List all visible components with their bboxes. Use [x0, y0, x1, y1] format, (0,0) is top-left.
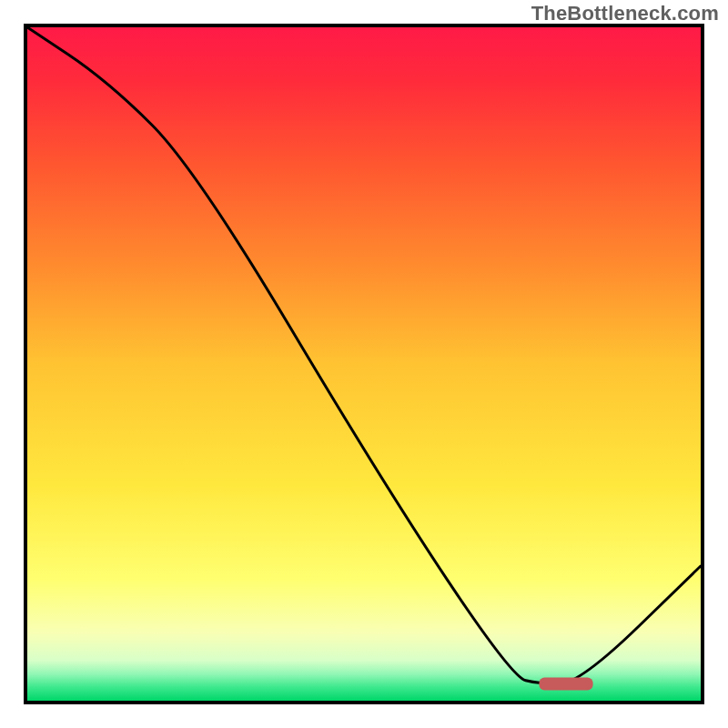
chart-frame: TheBottleneck.com	[0, 0, 728, 728]
chart-svg	[27, 27, 701, 701]
gradient-background	[27, 27, 701, 701]
plot-area	[24, 24, 704, 704]
optimum-marker	[539, 678, 592, 691]
watermark-text: TheBottleneck.com	[531, 2, 719, 25]
